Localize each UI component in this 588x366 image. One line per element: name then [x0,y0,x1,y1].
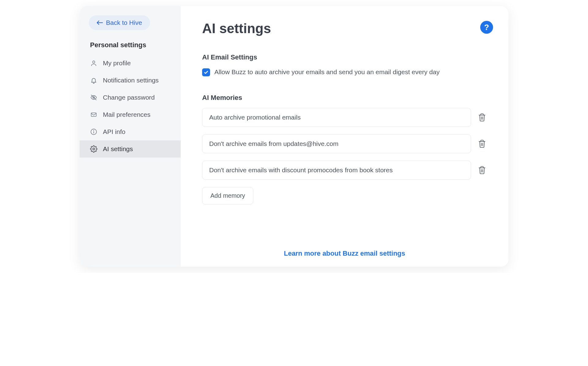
footer: Learn more about Buzz email settings [202,237,487,257]
mail-icon [90,111,97,118]
auto-archive-checkbox[interactable] [202,68,210,76]
check-icon [204,70,209,75]
svg-point-0 [92,61,95,63]
gear-icon [90,145,97,153]
sidebar-item-notification-settings[interactable]: Notification settings [80,72,181,89]
svg-rect-3 [91,113,96,116]
memory-row [202,134,487,153]
memories-title: AI Memories [202,94,487,102]
learn-more-link[interactable]: Learn more about Buzz email settings [284,250,405,257]
trash-icon [478,139,486,148]
delete-memory-button-1[interactable] [477,139,487,149]
auto-archive-setting: Allow Buzz to auto archive your emails a… [202,67,487,77]
sidebar-item-label: API info [103,128,126,135]
add-memory-button[interactable]: Add memory [202,187,253,204]
svg-point-6 [94,130,94,131]
memory-row [202,161,487,180]
auto-archive-label: Allow Buzz to auto archive your emails a… [214,67,439,77]
user-icon [90,59,97,67]
app-window: Back to Hive Personal settings My profil… [80,6,508,267]
page-title: AI settings [202,21,487,36]
sidebar-item-ai-settings[interactable]: AI settings [80,140,181,158]
sidebar-item-label: AI settings [103,145,133,153]
help-button[interactable]: ? [480,21,493,34]
memory-row [202,108,487,127]
sidebar-item-change-password[interactable]: Change password [80,89,181,106]
sidebar-item-label: Change password [103,94,155,101]
info-icon [90,128,97,135]
trash-icon [478,113,486,122]
sidebar-item-my-profile[interactable]: My profile [80,55,181,72]
svg-point-7 [93,148,95,150]
sidebar: Back to Hive Personal settings My profil… [80,6,181,267]
main-content: ? AI settings AI Email Settings Allow Bu… [181,6,508,267]
back-button-label: Back to Hive [106,19,142,26]
sidebar-item-label: My profile [103,59,131,67]
delete-memory-button-2[interactable] [477,165,487,175]
memory-input-1[interactable] [202,134,471,153]
memory-input-2[interactable] [202,161,471,180]
email-settings-title: AI Email Settings [202,53,487,61]
sidebar-item-label: Notification settings [103,77,159,84]
bell-icon [90,77,97,84]
sidebar-item-mail-preferences[interactable]: Mail preferences [80,106,181,123]
eye-off-icon [90,94,97,101]
trash-icon [478,166,486,174]
delete-memory-button-0[interactable] [477,112,487,122]
memory-input-0[interactable] [202,108,471,127]
sidebar-section-header: Personal settings [80,41,181,55]
back-to-hive-button[interactable]: Back to Hive [89,15,150,30]
sidebar-item-label: Mail preferences [103,111,150,118]
sidebar-item-api-info[interactable]: API info [80,123,181,140]
arrow-left-icon [97,21,103,25]
